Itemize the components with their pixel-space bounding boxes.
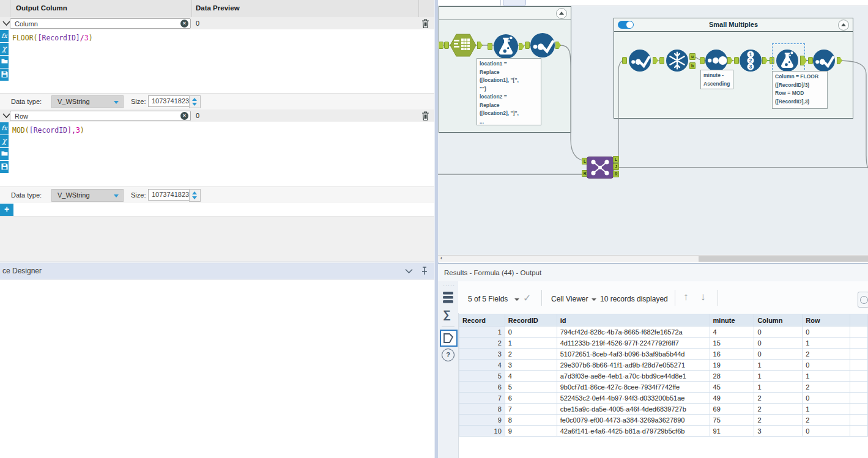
- table-row[interactable]: 87cbe15a9c-da5e-4005-a46f-4ded6839727b69…: [459, 404, 868, 415]
- data-cell[interactable]: 2: [803, 415, 850, 426]
- table-row[interactable]: 10794cf42d-828c-4b7a-8665-f682fe16572a40…: [459, 327, 868, 338]
- add-expression-button[interactable]: +: [0, 204, 13, 216]
- metadata-sigma-icon[interactable]: ∑: [443, 308, 451, 321]
- data-cell[interactable]: [850, 382, 868, 393]
- spin-down-icon[interactable]: [192, 196, 197, 199]
- saved-expressions-folder-icon[interactable]: [0, 148, 9, 160]
- data-cell[interactable]: 9: [505, 426, 557, 437]
- select-tool[interactable]: [629, 50, 651, 72]
- table-row[interactable]: 10942a6f141-e4a6-4425-b81a-d79729b5cf6b9…: [459, 426, 868, 437]
- record-id-tool[interactable]: 1 2 3: [740, 50, 762, 72]
- spin-up-icon[interactable]: [192, 191, 197, 194]
- data-cell[interactable]: 42a6f141-e4a6-4425-b81a-d79729b5cf6b: [557, 426, 710, 437]
- column-header[interactable]: Record: [459, 314, 505, 327]
- data-cell[interactable]: 0: [803, 393, 850, 404]
- data-cell[interactable]: 4: [710, 327, 754, 338]
- scroll-down-arrow-icon[interactable]: ↓: [700, 291, 706, 303]
- row-number-cell[interactable]: 2: [459, 338, 505, 349]
- trash-icon[interactable]: [421, 111, 430, 121]
- data-cell[interactable]: 4d11233b-219f-4526-977f-2247792f6ff7: [557, 338, 710, 349]
- size-input[interactable]: 1073741823: [148, 95, 190, 107]
- data-cell[interactable]: a7d3f03e-ae8e-4eb1-a70c-bbd9ce44d8e1: [557, 371, 710, 382]
- data-cell[interactable]: 1: [803, 371, 850, 382]
- select-tool[interactable]: [530, 33, 555, 57]
- data-cell[interactable]: fe0c0079-ef00-4473-a384-3269a3627890: [557, 415, 710, 426]
- workflow-canvas[interactable]: Small Multiples: [438, 0, 868, 262]
- unique-tool[interactable]: [666, 50, 688, 72]
- row-number-cell[interactable]: 1: [459, 327, 505, 338]
- table-row[interactable]: 214d11233b-219f-4526-977f-2247792f6ff715…: [459, 338, 868, 349]
- table-row[interactable]: 4329e307b6-8b66-41f1-ad9b-f28d7e05527119…: [459, 360, 868, 371]
- saved-expressions-folder-icon[interactable]: [0, 56, 9, 68]
- data-cell[interactable]: 69: [710, 404, 754, 415]
- data-cell[interactable]: [850, 360, 868, 371]
- data-grid-icon[interactable]: [443, 291, 454, 303]
- data-type-dropdown[interactable]: V_WString: [51, 189, 124, 202]
- output-column-input[interactable]: Column ×: [10, 18, 191, 29]
- data-cell[interactable]: 45: [710, 382, 754, 393]
- column-header[interactable]: Column: [754, 314, 803, 327]
- data-cell[interactable]: [850, 349, 868, 360]
- data-cell[interactable]: 794cf42d-828c-4b7a-8665-f682fe16572a: [557, 327, 710, 338]
- expression-code[interactable]: MOD([RecordID],3): [12, 126, 84, 135]
- clear-icon[interactable]: ×: [180, 112, 188, 120]
- results-table[interactable]: RecordRecordIDidminuteColumnRow10794cf42…: [459, 314, 868, 437]
- variables-icon[interactable]: χ: [0, 135, 9, 147]
- data-cell[interactable]: 1: [803, 404, 850, 415]
- pin-icon[interactable]: [420, 266, 429, 276]
- data-cell[interactable]: [850, 338, 868, 349]
- data-cell[interactable]: 0: [803, 426, 850, 437]
- data-cell[interactable]: 2: [505, 349, 557, 360]
- data-cell[interactable]: 0: [754, 349, 803, 360]
- spin-up-icon[interactable]: [192, 98, 197, 101]
- size-stepper[interactable]: [189, 189, 201, 202]
- table-row[interactable]: 76522453c2-0ef4-4b97-94f3-d033200b51ae49…: [459, 393, 868, 404]
- sort-tool[interactable]: [705, 50, 727, 72]
- row-number-cell[interactable]: 3: [459, 349, 505, 360]
- variables-icon[interactable]: χ: [0, 43, 9, 55]
- join-tool[interactable]: [587, 157, 614, 179]
- select-tool[interactable]: [813, 50, 835, 72]
- formula-annotation[interactable]: Column = FLOOR ([RecordID]/3) Row = MOD …: [772, 71, 828, 109]
- save-expression-icon[interactable]: [0, 161, 9, 173]
- save-expression-icon[interactable]: [0, 68, 9, 81]
- formula-tool[interactable]: [494, 34, 518, 59]
- canvas-horizontal-scrollbar[interactable]: ‹: [438, 255, 868, 262]
- table-row[interactable]: 98fe0c0079-ef00-4473-a384-3269a362789075…: [459, 415, 868, 426]
- column-header[interactable]: RecordID: [505, 314, 557, 327]
- partial-button[interactable]: [858, 292, 868, 308]
- chevron-down-icon[interactable]: [514, 298, 519, 301]
- row-number-cell[interactable]: 10: [459, 426, 505, 437]
- trash-icon[interactable]: [421, 18, 430, 29]
- data-cell[interactable]: 29e307b6-8b66-41f1-ad9b-f28d7e055271: [557, 360, 710, 371]
- scroll-left-icon[interactable]: ‹: [440, 255, 442, 261]
- data-cell[interactable]: 19: [710, 360, 754, 371]
- column-header[interactable]: [850, 314, 868, 327]
- annotation-shape-icon-selected[interactable]: [440, 330, 458, 347]
- data-cell[interactable]: 2: [803, 382, 850, 393]
- data-cell[interactable]: 0: [505, 327, 557, 338]
- data-cell[interactable]: 0: [754, 338, 803, 349]
- data-cell[interactable]: 51072651-8ceb-4af3-b096-b3af9ba5b44d: [557, 349, 710, 360]
- text-input-tool[interactable]: [450, 34, 477, 57]
- data-cell[interactable]: 1: [803, 338, 850, 349]
- data-cell[interactable]: 0: [803, 360, 850, 371]
- functions-icon[interactable]: fx: [0, 30, 9, 42]
- data-cell[interactable]: 49: [710, 393, 754, 404]
- data-type-dropdown[interactable]: V_WString: [51, 95, 124, 108]
- data-cell[interactable]: 28: [710, 371, 754, 382]
- data-cell[interactable]: 15: [710, 338, 754, 349]
- expression-code[interactable]: FLOOR([RecordID]/3): [12, 34, 93, 42]
- data-cell[interactable]: 4: [505, 371, 557, 382]
- data-cell[interactable]: 2: [754, 393, 803, 404]
- data-cell[interactable]: cbe15a9c-da5e-4005-a46f-4ded6839727b: [557, 404, 710, 415]
- data-cell[interactable]: [850, 371, 868, 382]
- clear-icon[interactable]: ×: [180, 20, 188, 28]
- size-stepper[interactable]: [189, 95, 201, 108]
- chevron-down-icon[interactable]: [405, 268, 413, 274]
- data-cell[interactable]: 1: [754, 371, 803, 382]
- apply-check-icon[interactable]: ✓: [523, 292, 531, 304]
- formula-tool-selected[interactable]: [776, 50, 798, 72]
- data-cell[interactable]: 1: [505, 338, 557, 349]
- data-cell[interactable]: 75: [710, 415, 754, 426]
